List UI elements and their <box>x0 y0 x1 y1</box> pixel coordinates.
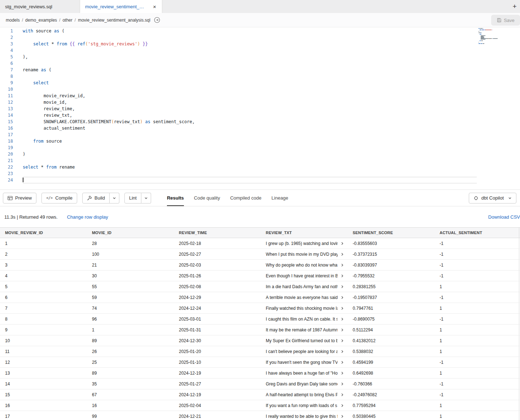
code-line[interactable]: 19 <box>0 144 477 151</box>
copy-link-icon[interactable] <box>154 17 160 23</box>
code-line[interactable]: 13 review_time, <box>0 106 477 112</box>
chevron-right-icon[interactable] <box>340 317 344 321</box>
review-text: A terrible movie as everyone has said. … <box>266 295 338 300</box>
chevron-right-icon[interactable] <box>340 274 344 278</box>
chevron-right-icon[interactable] <box>340 296 344 299</box>
code-line[interactable]: 10 <box>0 86 477 93</box>
tab-lineage[interactable]: Lineage <box>272 190 288 206</box>
build-label: Build <box>94 195 105 201</box>
column-header-review-txt[interactable]: REVIEW_TXT <box>261 228 348 238</box>
code-line[interactable]: 2 <box>0 34 477 41</box>
breadcrumb-segment[interactable]: movie_review_sentiment_analysis.sql <box>78 18 150 23</box>
code-line[interactable]: 16 actual_sentiment <box>0 125 477 131</box>
breadcrumb-segment[interactable]: demo_examples <box>25 18 57 23</box>
review-text: I really wanted to be able to give this … <box>266 414 338 419</box>
close-icon[interactable]: × <box>152 4 157 9</box>
chevron-right-icon[interactable] <box>340 285 344 289</box>
new-tab-button[interactable]: + <box>509 0 520 13</box>
code-line[interactable]: 18 from source <box>0 138 477 144</box>
preview-button[interactable]: Preview <box>3 193 36 204</box>
save-button[interactable]: Save <box>491 15 520 26</box>
table-row: 17992024-12-21I really wanted to be able… <box>0 411 520 420</box>
chevron-right-icon[interactable] <box>340 328 344 332</box>
code-line[interactable]: 4 <box>0 47 477 54</box>
code-line[interactable]: 15 SNOWFLAKE.CORTEX.SENTIMENT(review_txt… <box>0 119 477 125</box>
breadcrumb-segment[interactable]: models <box>6 18 20 23</box>
code-text: actual_sentiment <box>23 125 477 131</box>
column-header-review-time[interactable]: REVIEW_TIME <box>174 228 261 238</box>
code-line[interactable]: 24 <box>0 177 477 183</box>
code-line[interactable]: 12 movie_id, <box>0 99 477 106</box>
code-line[interactable]: 8 <box>0 73 477 80</box>
build-button[interactable]: Build <box>82 193 110 204</box>
tab-compiled-code[interactable]: Compiled code <box>230 190 261 206</box>
code-line[interactable]: 9 select <box>0 80 477 86</box>
chevron-right-icon[interactable] <box>340 263 344 267</box>
review-text: If you haven't seen the gong show TV s… <box>266 360 338 365</box>
compile-button[interactable]: </> Compile <box>41 193 77 204</box>
code-line[interactable]: 23 <box>0 170 477 177</box>
review-text: Finally watched this shocking movie la… <box>266 306 338 311</box>
line-number: 19 <box>0 144 13 151</box>
chevron-right-icon[interactable] <box>340 307 344 310</box>
breadcrumb-segment[interactable]: other <box>62 18 72 23</box>
file-tab-stg-movie-reviews[interactable]: stg_movie_reviews.sql <box>0 0 80 13</box>
table-cell: 2024-12-19 <box>174 389 261 400</box>
chevron-right-icon[interactable] <box>340 415 344 418</box>
code-line[interactable]: 20) <box>0 151 477 157</box>
code-line[interactable]: 11 movie_review_id, <box>0 93 477 99</box>
code-line[interactable]: 21 <box>0 157 477 164</box>
code-line[interactable]: 6 <box>0 60 477 67</box>
code-line[interactable]: 5), <box>0 54 477 60</box>
code-area[interactable]: 1with source as (23 select * from {{ ref… <box>0 27 477 183</box>
table-cell: 0.7947761 <box>348 303 435 313</box>
tab-results[interactable]: Results <box>167 190 184 206</box>
code-line[interactable]: 17 <box>0 131 477 138</box>
file-tab-movie-review-sentiment[interactable]: movie_review_sentiment_… × <box>80 0 162 13</box>
lint-button[interactable]: Lint <box>124 193 141 204</box>
code-line[interactable]: 22select * from rename <box>0 164 477 170</box>
code-text <box>23 86 477 93</box>
chevron-right-icon[interactable] <box>340 253 344 256</box>
column-header-sentiment-score[interactable]: SENTIMENT_SCORE <box>348 228 435 238</box>
chevron-right-icon[interactable] <box>340 242 344 245</box>
code-text: SNOWFLAKE.CORTEX.SENTIMENT(review_txt) a… <box>23 119 477 125</box>
code-line[interactable]: 3 select * from {{ ref('stg_movie_review… <box>0 41 477 47</box>
code-line[interactable]: 14 review_txt, <box>0 112 477 119</box>
review-txt-cell: When I put this movie in my DVD playe… <box>261 249 348 259</box>
chevron-right-icon[interactable] <box>340 361 344 364</box>
code-line[interactable]: 7rename as ( <box>0 67 477 73</box>
chevron-right-icon[interactable] <box>340 404 344 407</box>
download-csv-link[interactable]: Download CSV <box>488 214 520 220</box>
change-row-display-link[interactable]: Change row display <box>67 214 108 220</box>
dbt-copilot-button[interactable]: dbt Copilot <box>469 193 516 204</box>
column-header-actual-sentiment[interactable]: ACTUAL_SENTIMENT <box>435 228 519 238</box>
table-cell: 1 <box>435 346 519 357</box>
table-row: 15672024-12-19A half-hearted attempt to … <box>0 389 520 400</box>
tab-code-quality[interactable]: Code quality <box>194 190 220 206</box>
table-cell: 16 <box>87 400 174 411</box>
review-txt-cell: A terrible movie as everyone has said. … <box>261 292 348 303</box>
build-dropdown-button[interactable] <box>110 193 119 204</box>
chevron-right-icon[interactable] <box>340 339 344 343</box>
table-row: 5552025-02-08Im a die hard Dads Army fan… <box>0 281 520 292</box>
table-cell: -0.83039397 <box>348 260 435 270</box>
table-cell: -0.19507837 <box>348 292 435 303</box>
chevron-right-icon[interactable] <box>340 393 344 397</box>
column-header-movie-review-id[interactable]: MOVIE_REVIEW_ID <box>0 228 87 238</box>
table-cell: 2025-03-01 <box>174 314 261 324</box>
table-cell: 14 <box>0 379 87 389</box>
lint-dropdown-button[interactable] <box>141 193 151 204</box>
review-text: I caught this film on AZN on cable. It s… <box>266 317 338 322</box>
code-text <box>23 144 477 151</box>
table-cell: 6 <box>0 292 87 303</box>
chevron-right-icon[interactable] <box>340 371 344 375</box>
sql-editor[interactable]: 1with source as (23 select * from {{ ref… <box>0 27 520 189</box>
breadcrumb-separator: / <box>59 18 60 23</box>
code-line[interactable]: 1with source as ( <box>0 28 477 34</box>
column-header-movie-id[interactable]: MOVIE_ID <box>87 228 174 238</box>
chevron-right-icon[interactable] <box>340 350 344 353</box>
chevron-right-icon[interactable] <box>340 382 344 386</box>
editor-minimap[interactable] <box>479 28 506 45</box>
table-row: 912025-01-31It may be the remake of 1987… <box>0 325 520 335</box>
